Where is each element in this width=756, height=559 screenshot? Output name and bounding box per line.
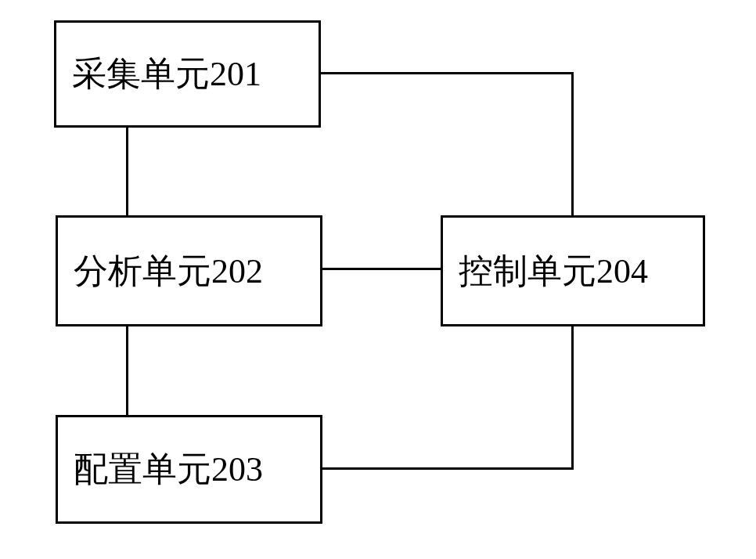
box-configuration-unit: 配置单元203 [56,415,322,524]
box-control-label: 控制单元204 [459,248,648,294]
box-analysis-label: 分析单元202 [74,248,263,294]
box-analysis-unit: 分析单元202 [56,215,322,326]
connector-collection-analysis [126,128,128,215]
connector-collection-control-v [571,72,574,215]
connector-configuration-control-v [571,326,574,470]
connector-configuration-control-h [322,467,574,470]
box-collection-unit: 采集单元201 [54,20,321,128]
connector-analysis-configuration [126,326,128,415]
connector-analysis-control [322,268,441,270]
box-configuration-label: 配置单元203 [74,446,263,492]
box-control-unit: 控制单元204 [441,215,705,326]
connector-collection-control-h [321,72,574,74]
box-collection-label: 采集单元201 [72,51,261,97]
